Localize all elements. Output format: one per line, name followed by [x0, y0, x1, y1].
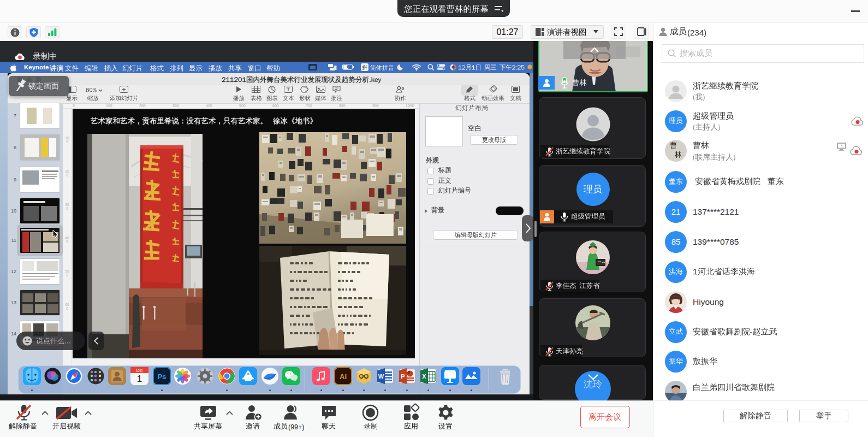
svg-text:12月: 12月 [136, 369, 144, 373]
svg-text:P: P [401, 373, 405, 380]
svg-text:X: X [422, 373, 426, 380]
svg-text:Ps: Ps [158, 373, 167, 381]
svg-text:Ai: Ai [340, 373, 347, 381]
svg-text:W: W [378, 373, 384, 380]
svg-text:1: 1 [137, 374, 142, 384]
